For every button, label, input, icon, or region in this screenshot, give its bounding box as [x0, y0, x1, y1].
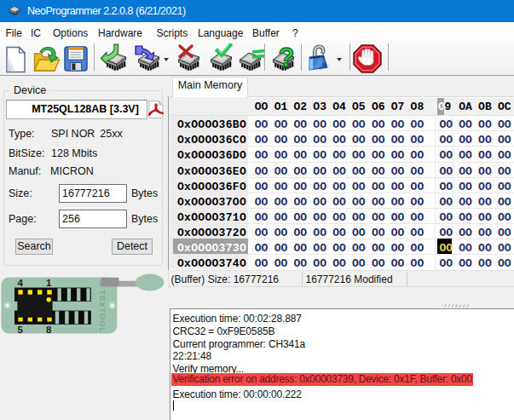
- svg-text:1: 1: [46, 278, 52, 288]
- svg-text:?: ?: [279, 43, 295, 72]
- svg-text:4: 4: [18, 278, 24, 288]
- svg-text:TEXTOOL: TEXTOOL: [98, 291, 107, 333]
- svg-text:5: 5: [18, 325, 24, 335]
- svg-text:8: 8: [46, 325, 52, 335]
